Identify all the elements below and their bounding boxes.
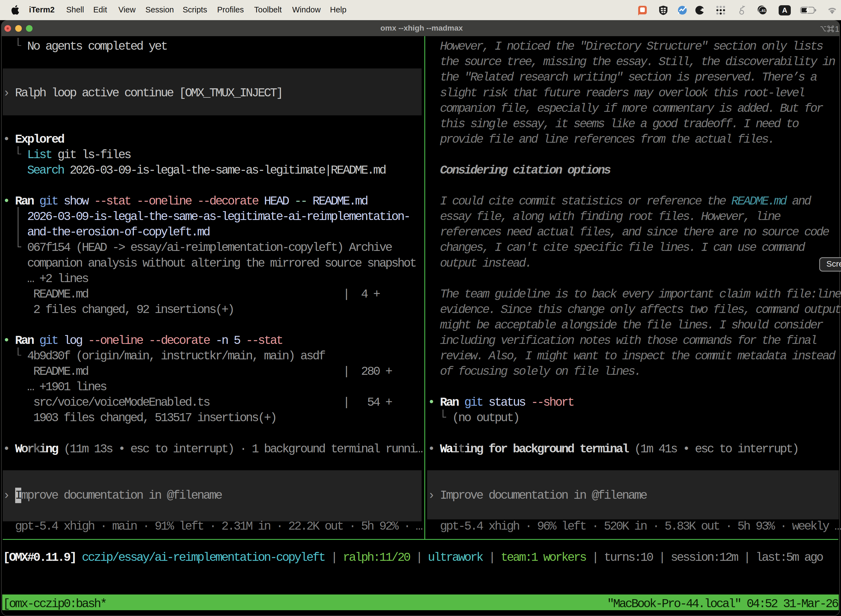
svg-text:..61: ..61 <box>760 9 766 13</box>
